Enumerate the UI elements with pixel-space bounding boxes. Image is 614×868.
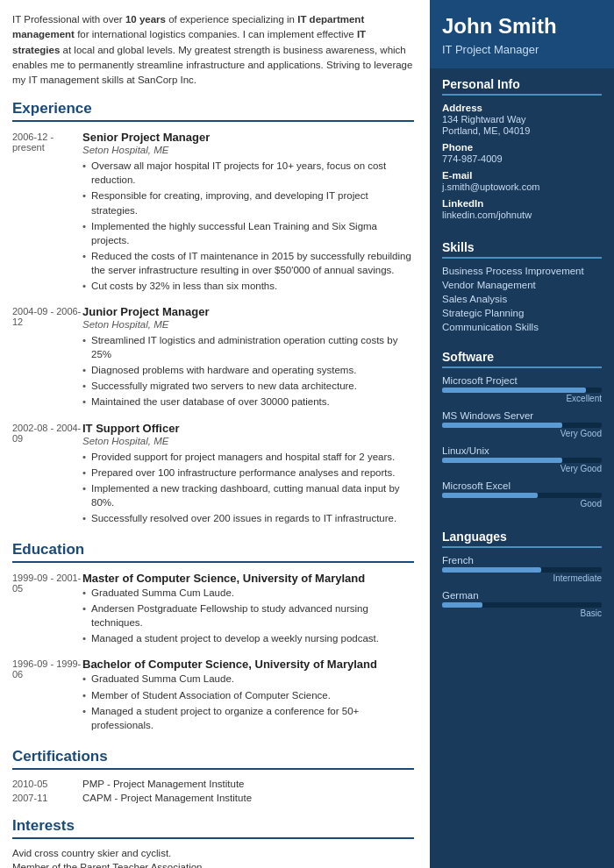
skills-title: Skills: [442, 240, 602, 259]
entry-title-1: Senior Project Manager: [82, 131, 414, 144]
left-column: IT Professional with over 10 years of ex…: [0, 0, 430, 868]
software-section: Software Microsoft Project Excellent MS …: [430, 341, 614, 521]
software-bar-fill-1: [442, 423, 562, 428]
bullet: Reduced the costs of IT maintenance in 2…: [82, 249, 414, 277]
software-name-3: Microsoft Excel: [442, 480, 602, 491]
personal-info-section: Personal Info Address 134 Rightward Way …: [430, 68, 614, 231]
software-bar-track-0: [442, 388, 602, 393]
software-bar-label-3: Good: [442, 499, 602, 509]
bullet: Maintained the user database of over 300…: [82, 395, 414, 409]
software-bar-label-1: Very Good: [442, 429, 602, 438]
software-title: Software: [442, 350, 602, 368]
edu-content-1: Master of Computer Science, University o…: [82, 572, 414, 647]
entry-subtitle-2: Seton Hospital, ME: [82, 319, 414, 330]
entry-date-1: 2006-12 - present: [12, 131, 82, 295]
bullet: Streamlined IT logistics and administrat…: [82, 333, 414, 361]
bullet: Member of Student Association of Compute…: [82, 688, 414, 702]
entry-content-3: IT Support Officer Seton Hospital, ME Pr…: [82, 422, 414, 527]
software-bar-fill-2: [442, 458, 562, 463]
experience-title: Experience: [12, 100, 414, 122]
software-bar-fill-3: [442, 493, 538, 498]
software-item-2: Linux/Unix Very Good: [442, 445, 602, 473]
personal-info-title: Personal Info: [442, 77, 602, 96]
skill-item-1: Vendor Management: [442, 280, 602, 290]
cert-text-2: CAPM - Project Management Institute: [82, 793, 252, 803]
interests-title: Interests: [12, 817, 414, 839]
education-title: Education: [12, 541, 414, 563]
bullet: Implemented a new tracking dashboard, cu…: [82, 481, 414, 509]
certifications-section: Certifications 2010-05 PMP - Project Man…: [12, 748, 414, 803]
bullet: Managed a student project to develop a w…: [82, 631, 414, 645]
cert-entry-2: 2007-11 CAPM - Project Management Instit…: [12, 793, 414, 803]
bullet: Successfully migrated two servers to new…: [82, 379, 414, 393]
address-label: Address: [442, 103, 602, 113]
experience-entry-2: 2004-09 - 2006-12 Junior Project Manager…: [12, 305, 414, 410]
email-value: j.smith@uptowork.com: [442, 181, 602, 192]
skill-item-4: Communication Skills: [442, 322, 602, 332]
edu-date-2: 1996-09 - 1999-06: [12, 658, 82, 733]
bullet: Andersen Postgraduate Fellowship to stud…: [82, 601, 414, 630]
bullet: Graduated Summa Cum Laude.: [82, 586, 414, 600]
entry-date-3: 2002-08 - 2004-09: [12, 422, 82, 527]
lang-bar-track-0: [442, 567, 602, 573]
address-line2: Portland, ME, 04019: [442, 125, 602, 136]
software-bar-label-2: Very Good: [442, 464, 602, 473]
address-line1: 134 Rightward Way: [442, 114, 602, 125]
bullet: Prepared over 100 infrastructure perform…: [82, 466, 414, 480]
skill-item-0: Business Process Improvement: [442, 266, 602, 276]
software-name-0: Microsoft Project: [442, 375, 602, 386]
skill-item-2: Sales Analysis: [442, 294, 602, 304]
software-item-0: Microsoft Project Excellent: [442, 375, 602, 403]
cert-date-2: 2007-11: [12, 793, 82, 803]
software-bar-fill-0: [442, 388, 586, 393]
edu-content-2: Bachelor of Computer Science, University…: [82, 658, 414, 733]
experience-entry-1: 2006-12 - present Senior Project Manager…: [12, 131, 414, 295]
entry-bullets-3: Provided support for project managers an…: [82, 450, 414, 525]
edu-title-2: Bachelor of Computer Science, University…: [82, 658, 414, 671]
bullet: Managed a student project to organize a …: [82, 704, 414, 732]
interest-item-2: Member of the Parent Teacher Association…: [12, 862, 414, 868]
lang-bar-track-1: [442, 602, 602, 608]
bullet: Provided support for project managers an…: [82, 450, 414, 464]
cert-entry-1: 2010-05 PMP - Project Management Institu…: [12, 779, 414, 789]
entry-subtitle-1: Seton Hospital, ME: [82, 145, 414, 155]
lang-item-0: French Intermediate: [442, 555, 602, 583]
lang-item-1: German Basic: [442, 590, 602, 618]
edu-title-1: Master of Computer Science, University o…: [82, 572, 414, 585]
interest-item-1: Avid cross country skier and cyclist.: [12, 848, 414, 858]
software-bar-track-1: [442, 423, 602, 428]
bullet: Cut costs by 32% in less than six months…: [82, 279, 414, 293]
education-entry-1: 1999-09 - 2001-05 Master of Computer Sci…: [12, 572, 414, 647]
skill-item-3: Strategic Planning: [442, 308, 602, 318]
entry-subtitle-3: Seton Hospital, ME: [82, 436, 414, 446]
languages-section: Languages French Intermediate German Bas…: [430, 521, 614, 630]
phone-value: 774-987-4009: [442, 153, 602, 164]
skills-section: Skills Business Process Improvement Vend…: [430, 231, 614, 341]
right-column: John Smith IT Project Manager Personal I…: [430, 0, 614, 868]
bullet: Oversaw all major hospital IT projects f…: [82, 159, 414, 187]
entry-bullets-1: Oversaw all major hospital IT projects f…: [82, 159, 414, 293]
experience-entry-3: 2002-08 - 2004-09 IT Support Officer Set…: [12, 422, 414, 527]
edu-bullets-1: Graduated Summa Cum Laude. Andersen Post…: [82, 586, 414, 645]
linkedin-value: linkedin.com/johnutw: [442, 210, 602, 220]
entry-content-2: Junior Project Manager Seton Hospital, M…: [82, 305, 414, 410]
bullet: Responsible for creating, improving, and…: [82, 189, 414, 217]
linkedin-label: LinkedIn: [442, 198, 602, 209]
lang-bar-fill-1: [442, 602, 482, 608]
education-entry-2: 1996-09 - 1999-06 Bachelor of Computer S…: [12, 658, 414, 733]
experience-section: Experience 2006-12 - present Senior Proj…: [12, 100, 414, 527]
interests-section: Interests Avid cross country skier and c…: [12, 817, 414, 868]
profile-header: John Smith IT Project Manager: [430, 0, 614, 68]
entry-content-1: Senior Project Manager Seton Hospital, M…: [82, 131, 414, 295]
bullet: Implemented the highly successful Lean T…: [82, 219, 414, 247]
software-bar-track-2: [442, 458, 602, 463]
entry-bullets-2: Streamlined IT logistics and administrat…: [82, 333, 414, 409]
entry-title-3: IT Support Officer: [82, 422, 414, 435]
software-name-2: Linux/Unix: [442, 445, 602, 456]
bullet: Diagnosed problems with hardware and ope…: [82, 363, 414, 377]
edu-date-1: 1999-09 - 2001-05: [12, 572, 82, 647]
lang-name-0: French: [442, 555, 602, 566]
bullet: Successfully resolved over 200 issues in…: [82, 511, 414, 525]
phone-label: Phone: [442, 142, 602, 153]
summary-text: IT Professional with over 10 years of ex…: [12, 12, 414, 88]
